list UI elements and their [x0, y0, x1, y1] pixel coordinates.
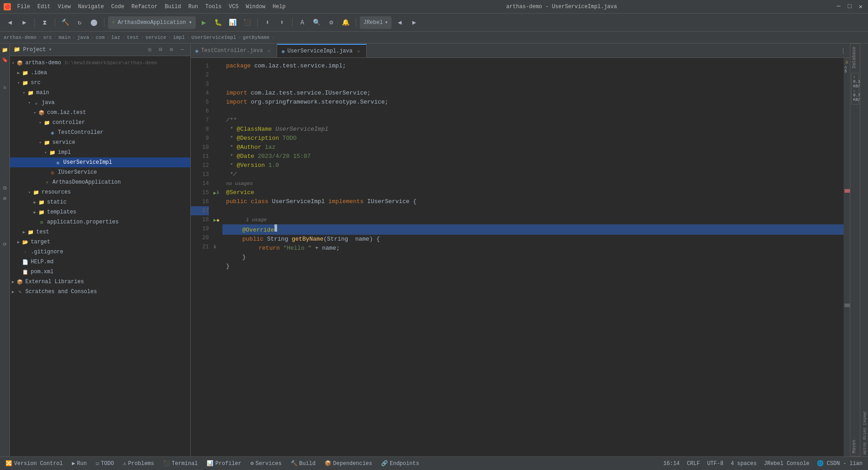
code-line-21[interactable]	[222, 271, 844, 280]
breadcrumb-item-0[interactable]: arthas-demo	[4, 35, 37, 40]
marker-15[interactable]: ▶ λ	[213, 188, 222, 197]
status-indent[interactable]: 4 spaces	[729, 461, 759, 467]
tree-item-controller[interactable]: ▾ 📁 controller	[10, 118, 190, 128]
code-line-2[interactable]	[222, 71, 844, 80]
locate-file-btn[interactable]: ◎	[145, 45, 154, 54]
menu-tools[interactable]: Tools	[203, 3, 224, 11]
navigate-recent[interactable]: ⧗	[38, 16, 51, 29]
code-line-18[interactable]: return "Hello " + name ;	[222, 244, 844, 253]
maximize-button[interactable]: □	[846, 3, 853, 10]
marker-17b[interactable]: ▶ ◆	[213, 215, 222, 224]
status-todo[interactable]: ☑ TODO	[94, 457, 116, 470]
menu-refactor[interactable]: Refactor	[129, 3, 160, 11]
breadcrumb-item-8[interactable]: impl	[173, 35, 184, 40]
breadcrumb-item-9[interactable]: UserServiceImpl	[191, 35, 236, 40]
status-jrebel-console[interactable]: JRebel Console	[762, 461, 811, 467]
tab-testcontroller-close[interactable]: ✕	[265, 47, 272, 55]
code-line-5[interactable]: import org.springframework.stereotype.Se…	[222, 98, 844, 107]
close-button[interactable]: ✕	[857, 3, 864, 10]
breadcrumb-item-7[interactable]: service	[146, 35, 166, 40]
status-terminal[interactable]: ⬛ Terminal	[161, 457, 200, 470]
status-encoding[interactable]: UTF-8	[705, 461, 725, 467]
tree-item-testcontroller[interactable]: ◉ TestController	[10, 128, 190, 138]
menu-file[interactable]: File	[14, 3, 33, 11]
code-line-19[interactable]: }	[222, 253, 844, 262]
tree-item-scratches[interactable]: ▶ ✎ Scratches and Consoles	[10, 287, 190, 297]
sidebar-bookmarks-icon[interactable]: ⊞	[0, 194, 9, 203]
jrebel-extra-2[interactable]: ▶	[408, 16, 420, 29]
minimize-button[interactable]: ─	[835, 3, 842, 10]
breadcrumb-item-1[interactable]: src	[43, 35, 52, 40]
code-line-11[interactable]: * @Date 2023/4/20 15:07	[222, 152, 844, 161]
tree-item-static[interactable]: ▶ 📁 static	[10, 197, 190, 207]
status-services[interactable]: ⚙ Services	[249, 457, 283, 470]
menu-code[interactable]: Code	[108, 3, 127, 11]
tree-item-main[interactable]: ▾ 📁 main	[10, 88, 190, 98]
tree-item-resources[interactable]: ▾ 📁 resources	[10, 187, 190, 197]
tree-item-gitignore[interactable]: · .gitignore	[10, 247, 190, 257]
sidebar-jrebel-icon[interactable]: ⟳	[0, 240, 9, 249]
status-build[interactable]: 🔨 Build	[289, 457, 317, 470]
tree-item-templates[interactable]: ▶ 📁 templates	[10, 207, 190, 217]
breadcrumb-item-4[interactable]: com	[96, 35, 105, 40]
code-line-10[interactable]: * @Author laz	[222, 143, 844, 152]
status-problems[interactable]: ⚠ Problems	[121, 457, 156, 470]
breadcrumb-item-10[interactable]: getByName	[243, 35, 269, 40]
debug-button[interactable]: 🐛	[212, 16, 225, 29]
tree-item-userserviceimpl[interactable]: ◉ UserServiceImpl	[10, 157, 190, 167]
tree-item-service[interactable]: ▾ 📁 service	[10, 138, 190, 147]
settings-button[interactable]: ⚙	[325, 16, 338, 29]
code-line-16[interactable]	[222, 206, 844, 215]
sidebar-project-icon[interactable]: 📁	[0, 45, 9, 54]
tab-testcontroller[interactable]: ◉ TestController.java ✕	[191, 44, 277, 57]
tree-item-src[interactable]: ▾ 📁 src	[10, 78, 190, 88]
breadcrumb-item-6[interactable]: test	[127, 35, 139, 40]
sidebar-bookmark-icon[interactable]: 🔖	[0, 55, 9, 64]
run-gutter-icon[interactable]: ▶	[213, 190, 217, 196]
tree-item-iuserservice[interactable]: ◎ IUserService	[10, 167, 190, 177]
notifications-button[interactable]: 🔔	[340, 16, 352, 29]
status-csdn[interactable]: 🌐 CSDN - lian	[815, 460, 864, 467]
run-config-selector[interactable]: ⚡ ArthasDemoApplication ▾	[108, 16, 196, 29]
tree-item-arthasdemoapplication[interactable]: ⚡ ArthasDemoApplication	[10, 177, 190, 187]
build-button[interactable]: 🔨	[59, 16, 71, 29]
breadcrumb-item-5[interactable]: laz	[111, 35, 120, 40]
coverage-button[interactable]: ⬤	[88, 16, 100, 29]
git-update[interactable]: ⬇	[261, 16, 274, 29]
tab-more-button[interactable]: ⋮	[836, 44, 850, 57]
code-line-4[interactable]: import com.laz.test.service.IUserService…	[222, 89, 844, 98]
tree-item-test[interactable]: ▶ 📁 test	[10, 227, 190, 237]
run-gutter-icon-2[interactable]: ▶	[213, 217, 217, 223]
status-dependencies[interactable]: 📦 Dependencies	[323, 457, 374, 470]
run-button[interactable]: ▶	[198, 16, 210, 29]
jrebel-extra-1[interactable]: ◀	[393, 16, 406, 29]
status-run[interactable]: ▶ Run	[70, 457, 89, 470]
code-line-6[interactable]	[222, 107, 844, 116]
sidebar-hierarchy-icon[interactable]: ⧉	[0, 184, 9, 193]
code-content[interactable]: package com.laz.test.service.impl; impor…	[222, 58, 844, 456]
back-button[interactable]: ◀	[4, 16, 16, 29]
code-line-13[interactable]: */	[222, 170, 844, 179]
hide-panel-btn[interactable]: —	[178, 45, 187, 54]
status-line-col[interactable]: 16:14	[661, 461, 681, 467]
breadcrumb-item-3[interactable]: java	[77, 35, 89, 40]
tree-item-pomxml[interactable]: 📋 pom.xml	[10, 267, 190, 277]
tab-userserviceimpl[interactable]: ◉ UserServiceImpl.java ✕	[277, 44, 367, 57]
right-panel-maven[interactable]: Maven	[850, 437, 860, 456]
tree-item-java[interactable]: ▾ ☕ java	[10, 98, 190, 108]
git-push[interactable]: ⬆	[276, 16, 288, 29]
code-line-17[interactable]: public String getByName ( String name ) …	[222, 235, 844, 244]
code-line-15[interactable]: public class UserServiceImpl implements …	[222, 197, 844, 206]
menu-edit[interactable]: Edit	[35, 3, 53, 11]
code-line-3[interactable]	[222, 80, 844, 89]
code-line-1[interactable]: package com.laz.test.service.impl;	[222, 62, 844, 71]
tree-item-impl[interactable]: ▾ 📁 impl	[10, 147, 190, 157]
tab-userserviceimpl-close[interactable]: ✕	[355, 47, 362, 55]
menu-navigate[interactable]: Navigate	[75, 3, 107, 11]
status-vcs[interactable]: 🔀 Version Control	[4, 457, 65, 470]
menu-help[interactable]: Help	[270, 3, 288, 11]
sync-button[interactable]: ↻	[73, 16, 86, 29]
stop-button[interactable]: ⬛	[241, 16, 254, 29]
code-line-9[interactable]: * @Description TODO	[222, 134, 844, 143]
breadcrumb-item-2[interactable]: main	[59, 35, 71, 40]
